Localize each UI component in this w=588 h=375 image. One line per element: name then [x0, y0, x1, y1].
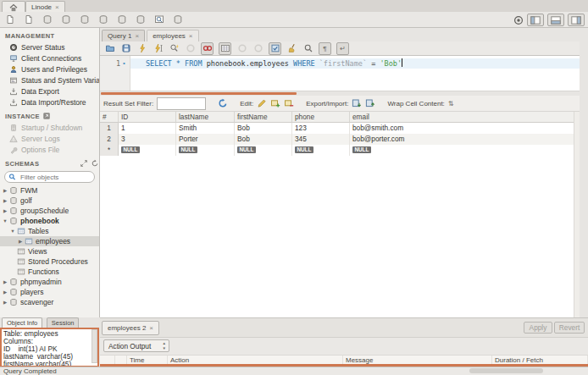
- save-script-icon[interactable]: [120, 43, 131, 54]
- grid-cell[interactable]: Porter: [176, 134, 235, 145]
- open-file-icon[interactable]: [104, 43, 115, 54]
- grid-cell[interactable]: Bob: [235, 134, 292, 145]
- grid-cell[interactable]: 345: [292, 134, 350, 145]
- sidebar-item-data-export[interactable]: Data Export: [0, 85, 99, 97]
- limit-rows-icon[interactable]: [219, 42, 231, 55]
- grid-cell[interactable]: NULL: [176, 145, 235, 156]
- close-icon[interactable]: ×: [55, 3, 59, 11]
- grid-cell[interactable]: Smith: [176, 123, 235, 134]
- new-query-tab-icon[interactable]: [4, 14, 15, 25]
- create-procedure-icon[interactable]: [116, 14, 127, 25]
- toggle-invisibles-icon[interactable]: ¶: [319, 42, 331, 55]
- chevron-right-icon[interactable]: ▶: [2, 290, 8, 295]
- expand-schemas-icon[interactable]: [80, 159, 88, 168]
- delete-record-icon[interactable]: [284, 98, 294, 108]
- open-script-icon[interactable]: [23, 14, 34, 25]
- grid-cell[interactable]: 3: [119, 134, 176, 145]
- grid-cell[interactable]: 1: [119, 123, 176, 134]
- grid-cell[interactable]: bob@porter.com: [350, 134, 580, 145]
- grid-cell[interactable]: NULL: [350, 145, 580, 156]
- refresh-schemas-icon[interactable]: [91, 159, 99, 168]
- toggle-autocommit-icon[interactable]: [269, 42, 281, 55]
- sidebar-item-server-logs[interactable]: Server Logs: [0, 133, 99, 144]
- insert-record-icon[interactable]: [270, 98, 280, 108]
- search-table-data-icon[interactable]: [153, 14, 164, 25]
- tree-node-employees[interactable]: ▶employees: [0, 236, 99, 246]
- sidebar-item-startup-shutdown[interactable]: Startup / Shutdown: [0, 122, 99, 133]
- grid-cell[interactable]: 2: [100, 134, 119, 145]
- sidebar-item-client-connections[interactable]: Client Connections: [0, 52, 99, 63]
- toggle-stop-on-error-icon[interactable]: [201, 42, 214, 55]
- grid-cell[interactable]: NULL: [292, 145, 350, 156]
- schema-filter-box[interactable]: [4, 171, 95, 183]
- table-row[interactable]: *NULLNULLNULLNULLNULL: [100, 145, 580, 156]
- grid-cell[interactable]: NULL: [235, 145, 292, 156]
- schema-filter-input[interactable]: [19, 173, 90, 182]
- tab-employees-2[interactable]: employees 2 ×: [102, 321, 159, 335]
- beautify-sql-icon[interactable]: [286, 43, 297, 54]
- inspector-icon[interactable]: [42, 14, 53, 25]
- toggle-left-panel-button[interactable]: [527, 14, 544, 26]
- execute-current-statement-icon[interactable]: [153, 43, 164, 54]
- dashboard-icon[interactable]: [513, 14, 524, 25]
- output-selector[interactable]: Action Output ▲▼: [103, 339, 169, 352]
- refresh-results-icon[interactable]: [218, 98, 228, 108]
- tree-node-phpmyadmin[interactable]: ▶phpmyadmin: [0, 277, 99, 287]
- horizontal-scrollbar[interactable]: [469, 368, 543, 373]
- chevron-right-icon[interactable]: ▶: [2, 188, 8, 193]
- grid-cell[interactable]: 1: [100, 123, 119, 134]
- sidebar-item-options-file[interactable]: Options File: [0, 144, 99, 155]
- object-info-scrollbar[interactable]: [92, 329, 97, 363]
- chevron-down-icon[interactable]: ▼: [9, 229, 16, 234]
- create-function-icon[interactable]: [135, 14, 146, 25]
- chevron-right-icon[interactable]: ▶: [2, 300, 8, 305]
- sql-code-editor[interactable]: 1 • SELECT * FROM phonebook.employees WH…: [100, 55, 580, 91]
- chevron-down-icon[interactable]: ▼: [2, 218, 8, 223]
- tree-node-fwm[interactable]: ▶FWM: [0, 185, 99, 196]
- connection-tab-linode[interactable]: Linode ×: [25, 1, 65, 13]
- grid-cell[interactable]: Bob: [235, 123, 292, 134]
- tree-node-tables[interactable]: ▼Tables: [0, 226, 99, 236]
- grid-cell[interactable]: bob@smith.com: [350, 123, 580, 134]
- import-records-icon[interactable]: [365, 98, 375, 108]
- wrap-cell-content-icon[interactable]: ⇅: [448, 100, 454, 108]
- stop-query-icon[interactable]: [185, 43, 196, 54]
- sidebar-item-status-and-system-variables[interactable]: Status and System Variables: [0, 74, 99, 85]
- sidebar-item-data-import-restore[interactable]: Data Import/Restore: [0, 97, 99, 108]
- close-icon[interactable]: ×: [149, 324, 153, 332]
- create-view-icon[interactable]: [97, 14, 108, 25]
- close-icon[interactable]: ×: [189, 32, 193, 40]
- export-recordset-icon[interactable]: [352, 98, 362, 108]
- tree-node-phonebook[interactable]: ▼phonebook: [0, 216, 99, 226]
- find-icon[interactable]: [302, 43, 313, 54]
- spinner-arrows-icon[interactable]: ▲▼: [163, 341, 166, 351]
- execute-icon[interactable]: [136, 43, 147, 54]
- apply-button[interactable]: Apply: [524, 322, 552, 334]
- chevron-right-icon[interactable]: ▶: [2, 198, 8, 203]
- tree-node-stored-procedures[interactable]: Stored Procedures: [0, 256, 99, 267]
- toggle-wrap-icon[interactable]: ↵: [336, 42, 349, 55]
- chevron-right-icon[interactable]: ▶: [17, 239, 24, 244]
- tree-node-scavenger[interactable]: ▶scavenger: [0, 297, 99, 307]
- sidebar-item-server-status[interactable]: Server Status: [0, 41, 99, 52]
- result-filter-input[interactable]: [157, 97, 206, 110]
- tab-employees[interactable]: employees ×: [147, 30, 198, 41]
- reconnect-dbms-icon[interactable]: [172, 14, 183, 25]
- grid-cell[interactable]: *: [100, 145, 119, 156]
- tab-object-info[interactable]: Object Info: [2, 317, 42, 328]
- toggle-right-panel-button[interactable]: [568, 14, 585, 26]
- explain-icon[interactable]: [169, 43, 180, 54]
- table-row[interactable]: 23PorterBob345bob@porter.com: [100, 134, 580, 145]
- grid-cell[interactable]: 123: [292, 123, 350, 134]
- create-table-icon[interactable]: [79, 14, 90, 25]
- tree-node-players[interactable]: ▶players: [0, 287, 99, 297]
- commit-icon[interactable]: [236, 43, 247, 54]
- revert-button[interactable]: Revert: [554, 322, 585, 334]
- home-tab[interactable]: [2, 1, 25, 13]
- sidebar-item-users-and-privileges[interactable]: Users and Privileges: [0, 63, 99, 74]
- chevron-right-icon[interactable]: ▶: [2, 208, 8, 213]
- tab-session[interactable]: Session: [47, 317, 80, 328]
- toggle-bottom-panel-button[interactable]: [547, 14, 564, 26]
- rollback-icon[interactable]: [252, 43, 263, 54]
- table-row[interactable]: 11SmithBob123bob@smith.com: [100, 123, 580, 134]
